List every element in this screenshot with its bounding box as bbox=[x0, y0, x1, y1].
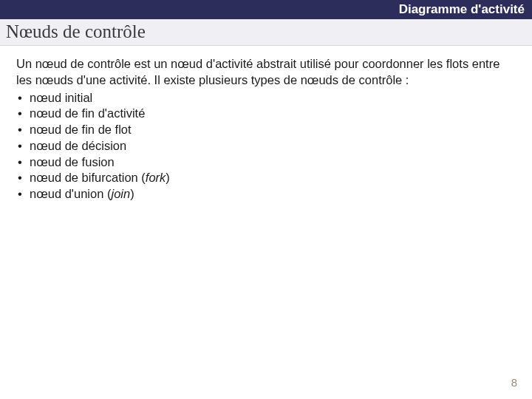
list-item: nœud de fin d'activité bbox=[16, 106, 516, 122]
slide-content: Un nœud de contrôle est un nœud d'activi… bbox=[0, 46, 532, 202]
list-item: nœud de bifurcation (fork) bbox=[16, 170, 516, 186]
section-title-bar: Nœuds de contrôle bbox=[0, 19, 532, 46]
section-title: Nœuds de contrôle bbox=[6, 21, 526, 42]
list-item: nœud de fusion bbox=[16, 154, 516, 171]
header-title: Diagramme d'activité bbox=[399, 2, 525, 17]
list-item: nœud de décision bbox=[16, 138, 516, 154]
header-bar: Diagramme d'activité bbox=[0, 0, 532, 19]
list-item: nœud de fin de flot bbox=[16, 122, 516, 138]
intro-paragraph: Un nœud de contrôle est un nœud d'activi… bbox=[16, 56, 516, 89]
bullet-list: nœud initial nœud de fin d'activité nœud… bbox=[16, 90, 516, 202]
list-item: nœud d'union (join) bbox=[16, 186, 516, 202]
page-number: 8 bbox=[511, 376, 517, 389]
list-item: nœud initial bbox=[16, 90, 516, 106]
